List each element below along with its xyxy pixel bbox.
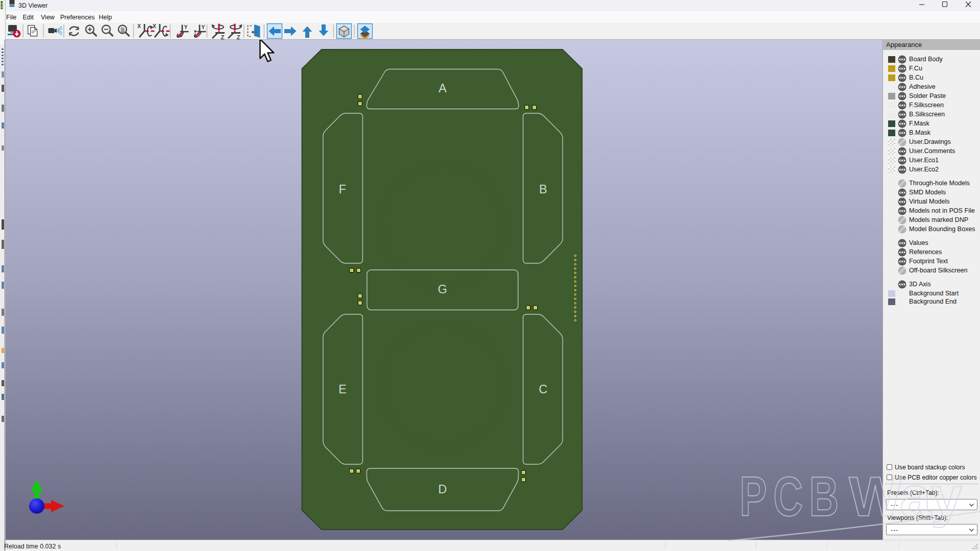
svg-text:F: F bbox=[339, 183, 346, 196]
svg-text:A: A bbox=[438, 82, 447, 95]
svg-text:C: C bbox=[539, 383, 548, 396]
svg-text:Y: Y bbox=[202, 24, 205, 30]
svg-text:B: B bbox=[539, 183, 547, 196]
svg-text:Y: Y bbox=[184, 24, 188, 30]
svg-text:E: E bbox=[338, 383, 347, 396]
svg-text:Z: Z bbox=[221, 34, 225, 40]
svg-text:X: X bbox=[137, 23, 141, 29]
svg-text:X: X bbox=[153, 23, 156, 29]
svg-text:D: D bbox=[438, 483, 447, 496]
svg-text:G: G bbox=[438, 283, 447, 296]
svg-text:Z: Z bbox=[237, 34, 240, 40]
